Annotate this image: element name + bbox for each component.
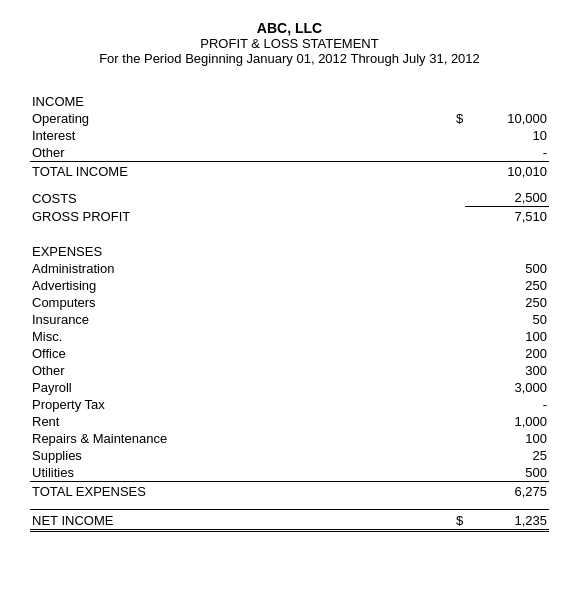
income-item-amount: 10	[465, 127, 549, 144]
net-income-amount: 1,235	[465, 510, 549, 531]
expense-item-row: Insurance 50	[30, 311, 549, 328]
net-income-spacer	[30, 500, 549, 510]
income-item-amount: 10,000	[465, 110, 549, 127]
income-item-dollar	[421, 144, 466, 162]
expense-item-name: Payroll	[30, 379, 421, 396]
expense-item-amount: 500	[465, 260, 549, 277]
income-item-name: Interest	[30, 127, 421, 144]
net-income-dollar: $	[421, 510, 466, 531]
gross-profit-label: GROSS PROFIT	[30, 207, 421, 226]
report-title: PROFIT & LOSS STATEMENT	[30, 36, 549, 51]
expense-item-row: Utilities 500	[30, 464, 549, 482]
report-header: ABC, LLC PROFIT & LOSS STATEMENT For the…	[30, 20, 549, 66]
expense-item-name: Repairs & Maintenance	[30, 430, 421, 447]
expenses-header-row: EXPENSES	[30, 234, 549, 260]
expense-item-amount: 100	[465, 328, 549, 345]
costs-spacer	[30, 180, 549, 189]
expense-item-amount: 250	[465, 294, 549, 311]
expense-item-row: Supplies 25	[30, 447, 549, 464]
expense-item-amount: 200	[465, 345, 549, 362]
expense-item-amount: -	[465, 396, 549, 413]
expense-item-name: Administration	[30, 260, 421, 277]
pnl-table: INCOME Operating $ 10,000 Interest 10 Ot…	[30, 84, 549, 532]
expense-item-row: Misc. 100	[30, 328, 549, 345]
expense-item-name: Utilities	[30, 464, 421, 482]
costs-row: COSTS 2,500	[30, 189, 549, 207]
company-name: ABC, LLC	[30, 20, 549, 36]
expense-item-name: Misc.	[30, 328, 421, 345]
expenses-label: EXPENSES	[30, 234, 421, 260]
expense-item-amount: 250	[465, 277, 549, 294]
income-item-row: Other -	[30, 144, 549, 162]
report-period: For the Period Beginning January 01, 201…	[30, 51, 549, 66]
net-income-label: NET INCOME	[30, 510, 421, 531]
income-item-dollar: $	[421, 110, 466, 127]
total-expenses-amount: 6,275	[465, 482, 549, 501]
expense-item-amount: 25	[465, 447, 549, 464]
expense-item-name: Property Tax	[30, 396, 421, 413]
expense-item-amount: 1,000	[465, 413, 549, 430]
expense-item-amount: 100	[465, 430, 549, 447]
income-header-row: INCOME	[30, 84, 549, 110]
gross-profit-row: GROSS PROFIT 7,510	[30, 207, 549, 226]
income-label: INCOME	[30, 84, 421, 110]
expense-item-name: Rent	[30, 413, 421, 430]
income-item-amount: -	[465, 144, 549, 162]
expense-item-row: Property Tax -	[30, 396, 549, 413]
expense-item-name: Supplies	[30, 447, 421, 464]
total-expenses-label: TOTAL EXPENSES	[30, 482, 421, 501]
expense-item-name: Advertising	[30, 277, 421, 294]
expense-item-amount: 500	[465, 464, 549, 482]
total-income-amount: 10,010	[465, 162, 549, 181]
expense-item-row: Office 200	[30, 345, 549, 362]
expense-item-amount: 50	[465, 311, 549, 328]
expense-item-name: Insurance	[30, 311, 421, 328]
expense-item-row: Other 300	[30, 362, 549, 379]
costs-amount: 2,500	[465, 189, 549, 207]
expense-item-name: Computers	[30, 294, 421, 311]
income-item-name: Other	[30, 144, 421, 162]
expense-item-name: Office	[30, 345, 421, 362]
expense-item-row: Advertising 250	[30, 277, 549, 294]
net-income-row: NET INCOME $ 1,235	[30, 510, 549, 531]
income-item-dollar	[421, 127, 466, 144]
total-income-row: TOTAL INCOME 10,010	[30, 162, 549, 181]
expenses-spacer	[30, 225, 549, 234]
expense-item-amount: 3,000	[465, 379, 549, 396]
expense-item-amount: 300	[465, 362, 549, 379]
total-income-label: TOTAL INCOME	[30, 162, 421, 181]
expense-item-row: Computers 250	[30, 294, 549, 311]
costs-label: COSTS	[30, 189, 421, 207]
income-item-row: Operating $ 10,000	[30, 110, 549, 127]
expense-item-row: Rent 1,000	[30, 413, 549, 430]
gross-profit-amount: 7,510	[465, 207, 549, 226]
income-item-row: Interest 10	[30, 127, 549, 144]
income-item-name: Operating	[30, 110, 421, 127]
total-expenses-row: TOTAL EXPENSES 6,275	[30, 482, 549, 501]
expense-item-row: Repairs & Maintenance 100	[30, 430, 549, 447]
expense-item-row: Payroll 3,000	[30, 379, 549, 396]
expense-item-name: Other	[30, 362, 421, 379]
expense-item-row: Administration 500	[30, 260, 549, 277]
